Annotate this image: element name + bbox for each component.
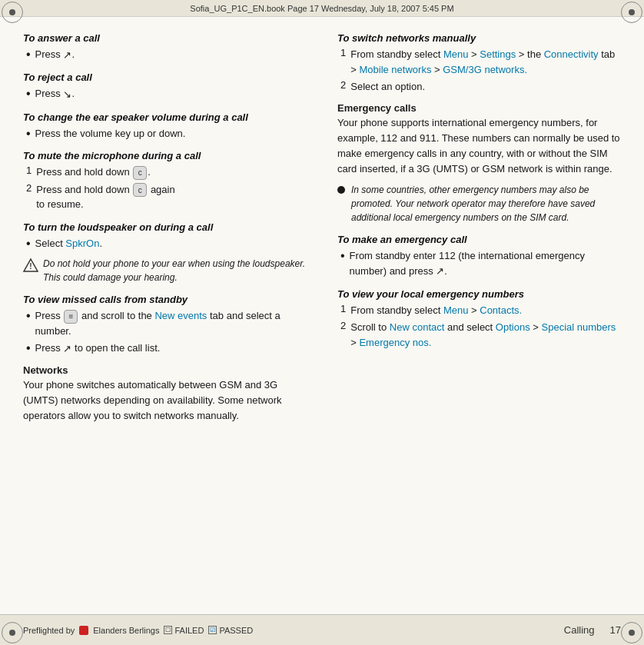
local-emergency-text-2: Scroll to New contact and select Options… — [350, 320, 621, 350]
emergency-call-bullet: • From standby enter 112 (the internatio… — [340, 248, 621, 279]
contacts-link: Contacts. — [480, 304, 522, 316]
right-column: To switch networks manually 1 From stand… — [330, 32, 621, 607]
menu-link: Menu — [443, 48, 469, 60]
switch-number-1: 1 — [340, 47, 346, 58]
local-emergency-number-2: 2 — [340, 320, 346, 331]
missed-text-2: Press ↗ to open the call list. — [35, 341, 161, 356]
call-list-icon: ↗ — [63, 341, 71, 357]
bullet-symbol-3: • — [26, 126, 31, 141]
preflight-icon — [79, 626, 88, 635]
answer-call-text: Press ↗. — [35, 47, 75, 62]
reject-call-icon: ↘ — [63, 87, 71, 102]
missed-bullet-2: • Press ↗ to open the call list. — [26, 341, 307, 356]
bottom-left-area: Preflighted by Elanders Berlings ☐ FAILE… — [23, 626, 253, 635]
gsm-link: GSM/3G networks. — [443, 64, 527, 75]
section-answer-heading: To answer a call — [23, 32, 307, 44]
local-emergency-list: 1 From standby select Menu > Contacts. 2… — [340, 303, 621, 351]
bottom-bar: Preflighted by Elanders Berlings ☐ FAILE… — [0, 614, 644, 645]
warning-box: ! Do not hold your phone to your ear whe… — [23, 257, 307, 284]
passed-check: ☑ PASSED — [208, 626, 253, 635]
mute-item-2: 2 Press and hold down c againto resume. — [26, 182, 307, 212]
section-local-emergency-heading: To view your local emergency numbers — [337, 288, 621, 300]
warning-icon: ! — [23, 258, 38, 273]
bullet-symbol-6: • — [26, 341, 31, 355]
section-missed-heading: To view missed calls from standby — [23, 294, 307, 305]
mute-item-1: 1 Press and hold down c. — [26, 165, 307, 180]
bullet-symbol-5: • — [26, 308, 31, 323]
networks-text: Your phone switches automatically betwee… — [23, 377, 307, 424]
note-dot-icon — [337, 186, 345, 194]
corner-dot-tr — [629, 9, 635, 15]
page-header-title: Sofia_UG_P1C_EN.book Page 17 Wednesday, … — [190, 4, 453, 13]
mobile-networks-link: Mobile networks — [359, 64, 431, 75]
volume-text: Press the volume key up or down. — [35, 126, 186, 141]
c-key-icon-1: c — [133, 166, 147, 180]
left-column: To answer a call • Press ↗. To reject a … — [23, 32, 314, 607]
bullet-symbol-7: • — [340, 248, 345, 263]
mute-numbered-list: 1 Press and hold down c. 2 Press and hol… — [26, 165, 307, 212]
switch-item-2: 2 Select an option. — [340, 79, 621, 95]
new-contact-link: New contact — [390, 321, 445, 333]
failed-label: FAILED — [174, 626, 204, 635]
answer-call-icon: ↗ — [63, 48, 71, 63]
special-numbers-link: Special numbers — [542, 321, 616, 333]
section-emergency-call-heading: To make an emergency call — [337, 234, 621, 245]
bottom-right-area: Calling 17 — [564, 624, 621, 636]
failed-check: ☐ FAILED — [164, 626, 204, 635]
reject-call-text: Press ↘. — [35, 86, 75, 101]
speaker-bullet: • Select SpkrOn. — [26, 236, 307, 251]
fail-checkbox: ☐ — [164, 626, 172, 634]
section-mute-heading: To mute the microphone during a call — [23, 150, 307, 161]
preflight-name: Elanders Berlings — [93, 626, 159, 635]
mute-number-1: 1 — [26, 165, 32, 176]
mute-text-1: Press and hold down c. — [36, 165, 151, 180]
main-content: To answer a call • Press ↗. To reject a … — [0, 17, 644, 614]
preflight-label: Preflighted by — [23, 626, 75, 635]
emergency-text: Your phone supports international emerge… — [337, 115, 621, 178]
local-emergency-number-1: 1 — [340, 303, 346, 314]
note-text: In some countries, other emergency numbe… — [351, 183, 621, 224]
missed-bullet-1: • Press ≡ and scroll to the New events t… — [26, 308, 307, 338]
svg-text:!: ! — [29, 262, 32, 271]
page-container: Sofia_UG_P1C_EN.book Page 17 Wednesday, … — [0, 0, 644, 645]
warning-text: Do not hold your phone to your ear when … — [43, 257, 307, 284]
corner-decoration-br — [621, 622, 642, 643]
emergency-call-icon: ↗ — [436, 264, 444, 279]
menu-key-icon: ≡ — [64, 310, 78, 324]
mute-text-2: Press and hold down c againto resume. — [36, 182, 174, 212]
settings-link: Settings — [480, 48, 516, 60]
switch-text-2: Select an option. — [350, 79, 425, 95]
local-emergency-item-1: 1 From standby select Menu > Contacts. — [340, 303, 621, 318]
emergency-nos-link: Emergency nos. — [359, 337, 431, 348]
corner-dot-tl — [9, 9, 15, 15]
pass-checkbox: ☑ — [208, 626, 217, 634]
passed-label: PASSED — [219, 626, 253, 635]
top-bar: Sofia_UG_P1C_EN.book Page 17 Wednesday, … — [0, 0, 644, 17]
volume-bullet: • Press the volume key up or down. — [26, 126, 307, 141]
emergency-call-text: From standby enter 112 (the internationa… — [350, 248, 621, 279]
corner-decoration-bl — [2, 622, 23, 643]
bullet-symbol-4: • — [26, 236, 31, 251]
spkron-link: SpkrOn — [65, 238, 99, 249]
bullet-symbol-2: • — [26, 86, 31, 101]
section-label: Calling — [564, 624, 595, 636]
page-number: 17 — [610, 624, 621, 636]
answer-call-bullet: • Press ↗. — [26, 47, 307, 62]
note-box: In some countries, other emergency numbe… — [337, 183, 621, 224]
switch-numbered-list: 1 From standby select Menu > Settings > … — [340, 47, 621, 95]
section-reject-heading: To reject a call — [23, 71, 307, 83]
missed-text-1: Press ≡ and scroll to the New events tab… — [35, 308, 307, 338]
local-emergency-item-2: 2 Scroll to New contact and select Optio… — [340, 320, 621, 350]
section-switch-heading: To switch networks manually — [337, 32, 621, 44]
menu-link-2: Menu — [443, 304, 469, 316]
mute-number-2: 2 — [26, 182, 32, 194]
corner-decoration-tr — [621, 2, 642, 23]
switch-item-1: 1 From standby select Menu > Settings > … — [340, 47, 621, 77]
switch-text-1: From standby select Menu > Settings > th… — [350, 47, 621, 77]
bullet-symbol: • — [26, 47, 31, 62]
new-events-link: New events — [154, 310, 207, 321]
local-emergency-text-1: From standby select Menu > Contacts. — [350, 303, 522, 318]
section-speaker-heading: To turn the loudspeaker on during a call — [23, 221, 307, 233]
corner-decoration-tl — [2, 2, 23, 23]
options-link: Options — [496, 321, 530, 333]
